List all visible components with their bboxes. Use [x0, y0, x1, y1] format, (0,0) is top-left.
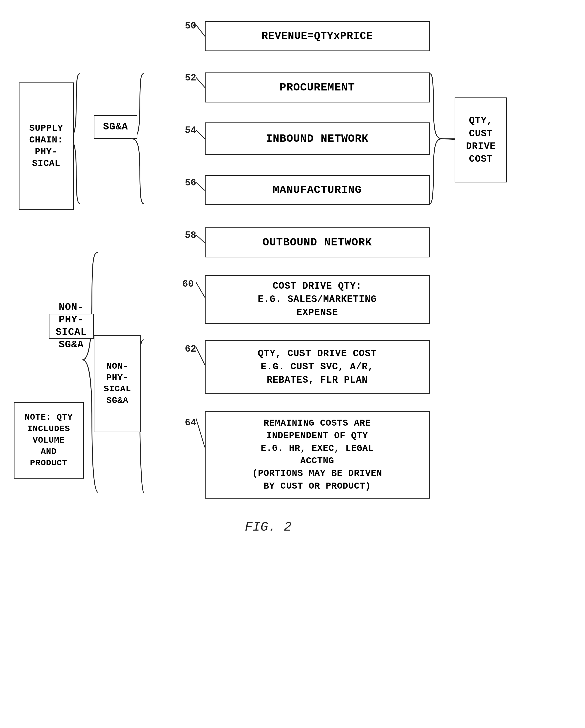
svg-line-1 [196, 77, 205, 87]
ref-54: 54 [185, 125, 196, 136]
svg-line-2 [196, 130, 205, 139]
ref-60: 60 [182, 279, 194, 289]
supply-chain-box: SUPPLYCHAIN:PHY-SICAL [19, 82, 74, 210]
manufacturing-box: MANUFACTURING [205, 175, 430, 205]
outbound-network-box: OUTBOUND NETWORK [205, 228, 430, 257]
svg-line-9 [442, 139, 455, 139]
figure-label: FIG. 2 [245, 520, 292, 535]
remaining-costs-box: REMAINING COSTS AREINDEPENDENT OF QTYE.G… [205, 411, 430, 499]
svg-line-3 [196, 182, 205, 190]
revenue-box: REVENUE=QTYxPRICE [205, 21, 430, 51]
ref-64: 64 [185, 417, 196, 428]
note-qty-box: NOTE: QTYINCLUDESVOLUMEANDPRODUCT [14, 402, 84, 478]
qty-cust-drive-cost-right-box: QTY,CUSTDRIVECOST [455, 98, 507, 182]
svg-line-7 [196, 419, 205, 447]
ref-52: 52 [185, 73, 196, 83]
procurement-box: PROCUREMENT [205, 73, 430, 102]
cogs-box: SG&A [94, 115, 137, 139]
svg-line-4 [196, 235, 205, 243]
svg-line-6 [196, 347, 205, 365]
sga-box: NON- PHY- SICAL SG&A [49, 314, 94, 339]
svg-line-0 [196, 25, 205, 36]
non-physical-sga-box: NON-PHY-SICALSG&A [94, 335, 141, 432]
ref-50: 50 [185, 21, 196, 31]
ref-58: 58 [185, 230, 196, 241]
qty-cust-drive-box: QTY, CUST DRIVE COSTE.G. CUST SVC, A/R,R… [205, 340, 430, 394]
ref-56: 56 [185, 177, 196, 188]
cost-drive-qty-box: COST DRIVE QTY:E.G. SALES/MARKETINGEXPEN… [205, 275, 430, 323]
inbound-network-box: INBOUND NETWORK [205, 123, 430, 155]
ref-62: 62 [185, 344, 196, 355]
diagram-container: REVENUE=QTYxPRICE PROCUREMENT INBOUND NE… [0, 0, 585, 728]
svg-line-5 [196, 282, 205, 297]
